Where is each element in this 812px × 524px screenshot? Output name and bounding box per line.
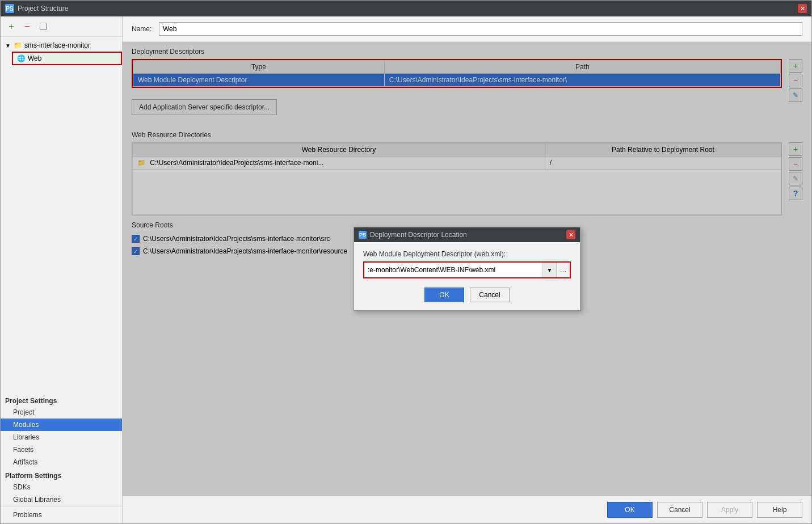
- ok-button[interactable]: OK: [607, 502, 653, 518]
- modal-path-input[interactable]: [364, 263, 542, 277]
- modal-icon: PS: [359, 231, 367, 239]
- tree-item-web[interactable]: 🌐 Web: [12, 52, 122, 65]
- sidebar-item-project[interactable]: Project: [1, 406, 122, 419]
- project-structure-window: PS Project Structure ✕ + − ❑ ▼ 📁 sms-int…: [0, 0, 812, 524]
- module-icon: 🌐: [16, 54, 26, 63]
- sidebar-item-libraries[interactable]: Libraries: [1, 431, 122, 443]
- sidebar-item-artifacts[interactable]: Artifacts: [1, 456, 122, 468]
- title-bar-left: PS Project Structure: [5, 4, 68, 13]
- sidebar-toolbar: + − ❑: [1, 16, 122, 37]
- project-settings-header: Project Settings: [1, 394, 122, 406]
- name-row: Name:: [123, 16, 811, 42]
- name-input[interactable]: [159, 22, 802, 36]
- sidebar-nav: Project Settings Project Modules Librari…: [1, 394, 122, 506]
- modal-close-button[interactable]: ✕: [566, 230, 575, 239]
- modal-title-bar: PS Deployment Descriptor Location ✕: [354, 227, 580, 242]
- modal-overlay: PS Deployment Descriptor Location ✕ Web …: [123, 42, 811, 496]
- tree-parent-label: sms-interface-monitor: [24, 41, 90, 49]
- bottom-bar: OK Cancel Apply Help: [123, 496, 811, 523]
- sidebar-tree: ▼ 📁 sms-interface-monitor 🌐 Web: [1, 37, 122, 394]
- modal-input-label: Web Module Deployment Descriptor (web.xm…: [363, 250, 571, 258]
- modal-cancel-button[interactable]: Cancel: [470, 288, 510, 302]
- copy-button[interactable]: ❑: [37, 20, 49, 33]
- apply-button[interactable]: Apply: [707, 502, 752, 518]
- tree-web-label: Web: [28, 54, 41, 62]
- modal-buttons: OK Cancel: [363, 288, 571, 302]
- sidebar-item-modules[interactable]: Modules: [1, 419, 122, 431]
- sidebar-item-global-libraries[interactable]: Global Libraries: [1, 493, 122, 506]
- window-icon: PS: [5, 4, 14, 13]
- modal-browse-button[interactable]: …: [556, 263, 570, 277]
- platform-settings-header: Platform Settings: [1, 468, 122, 481]
- remove-button[interactable]: −: [21, 20, 33, 33]
- add-button[interactable]: +: [5, 20, 18, 33]
- close-button[interactable]: ✕: [798, 4, 807, 13]
- sidebar: + − ❑ ▼ 📁 sms-interface-monitor 🌐 Web Pr…: [1, 16, 123, 523]
- window-title: Project Structure: [18, 5, 68, 12]
- deployment-descriptor-modal: PS Deployment Descriptor Location ✕ Web …: [354, 227, 580, 311]
- name-label: Name:: [132, 25, 154, 33]
- tree-arrow: ▼: [5, 43, 11, 49]
- modal-input-row: ▼ …: [363, 261, 571, 278]
- cancel-button[interactable]: Cancel: [657, 502, 702, 518]
- modal-ok-button[interactable]: OK: [424, 288, 464, 302]
- modal-dropdown-button[interactable]: ▼: [542, 263, 556, 277]
- modal-title: Deployment Descriptor Location: [370, 231, 467, 239]
- panel-body: Deployment Descriptors Type Path: [123, 42, 811, 496]
- sidebar-item-sdks[interactable]: SDKs: [1, 481, 122, 493]
- sidebar-bottom: Problems: [1, 506, 122, 523]
- sidebar-item-problems[interactable]: Problems: [1, 509, 122, 521]
- tree-item-parent[interactable]: ▼ 📁 sms-interface-monitor: [1, 39, 122, 52]
- right-panel: Name: Deployment Descriptors Type Path: [123, 16, 811, 523]
- title-bar: PS Project Structure ✕: [1, 1, 811, 16]
- folder-icon: 📁: [13, 41, 22, 50]
- sidebar-item-facets[interactable]: Facets: [1, 443, 122, 456]
- modal-body: Web Module Deployment Descriptor (web.xm…: [354, 242, 580, 310]
- main-content: + − ❑ ▼ 📁 sms-interface-monitor 🌐 Web Pr…: [1, 16, 811, 523]
- modal-title-left: PS Deployment Descriptor Location: [359, 231, 467, 239]
- help-button[interactable]: Help: [757, 502, 802, 518]
